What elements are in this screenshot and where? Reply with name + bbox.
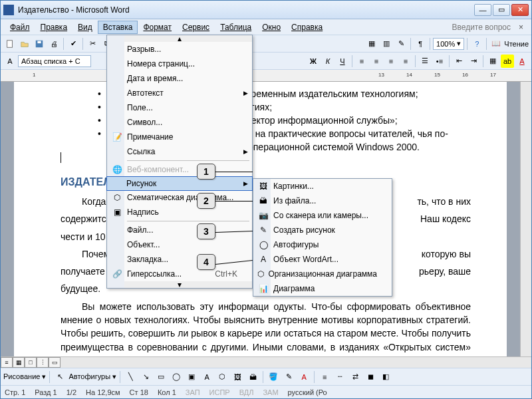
textbox-icon[interactable]: ▣ bbox=[185, 370, 198, 384]
outdent-icon[interactable]: ⇤ bbox=[452, 55, 466, 68]
highlight-icon[interactable]: ab bbox=[501, 55, 514, 68]
select-objects-icon[interactable]: ↖ bbox=[53, 370, 66, 384]
line-style-icon[interactable]: ≡ bbox=[318, 370, 331, 384]
bold-icon[interactable]: Ж bbox=[307, 55, 320, 68]
bullets-icon[interactable]: •≡ bbox=[433, 55, 446, 68]
font-color-draw-icon[interactable]: A bbox=[297, 370, 311, 384]
horizontal-ruler[interactable]: 1 13 14 15 16 17 bbox=[1, 70, 531, 82]
new-doc-icon[interactable] bbox=[3, 37, 17, 51]
columns-icon[interactable]: ▥ bbox=[380, 37, 393, 51]
styles-icon[interactable]: A bbox=[3, 55, 17, 68]
align-center-icon[interactable]: ≡ bbox=[370, 55, 383, 68]
menu-table[interactable]: Таблица bbox=[215, 21, 257, 34]
line-icon[interactable]: ╲ bbox=[124, 370, 137, 384]
insert-menu-item[interactable]: Рисунок▶ bbox=[106, 176, 253, 191]
autoshapes-menu[interactable]: Автофигуры ▾ bbox=[68, 372, 116, 381]
underline-icon[interactable]: Ч bbox=[336, 55, 349, 68]
menu-window[interactable]: Окно bbox=[257, 21, 286, 34]
open-icon[interactable] bbox=[18, 37, 31, 51]
indent-icon[interactable]: ⇥ bbox=[467, 55, 480, 68]
horizontal-scrollbar[interactable] bbox=[61, 357, 531, 368]
zoom-combo[interactable]: 100% ▾ bbox=[433, 38, 464, 50]
web-view-icon[interactable]: ▦ bbox=[13, 357, 25, 368]
menu-scroll-up-icon[interactable]: ▴ bbox=[107, 35, 252, 42]
vertical-scrollbar[interactable] bbox=[520, 82, 531, 356]
insert-menu-item[interactable]: 🌐Веб-компонент... bbox=[107, 162, 252, 177]
wordart-icon[interactable]: A bbox=[200, 370, 213, 384]
help-icon[interactable]: ? bbox=[470, 37, 483, 51]
menu-tools[interactable]: Сервис bbox=[177, 21, 215, 34]
outline-view-icon[interactable]: ⋮ bbox=[37, 357, 49, 368]
picture-submenu-item[interactable]: 📷Со сканера или камеры... bbox=[253, 208, 392, 223]
close-button[interactable]: ✕ bbox=[511, 4, 529, 16]
maximize-button[interactable]: ▭ bbox=[493, 4, 510, 16]
picture-icon[interactable]: 🏔 bbox=[246, 370, 259, 384]
reading-icon[interactable]: 📖 bbox=[489, 37, 503, 51]
arrow-style-icon[interactable]: ⇄ bbox=[348, 370, 362, 384]
doc-close-button[interactable]: × bbox=[515, 23, 527, 32]
print-icon[interactable]: 🖨 bbox=[47, 37, 61, 51]
status-rec[interactable]: ЗАП bbox=[186, 388, 200, 396]
print-view-icon[interactable]: □ bbox=[25, 357, 37, 368]
diagram-icon[interactable]: ⬡ bbox=[215, 370, 229, 384]
picture-submenu-item[interactable]: ✎Создать рисунок bbox=[253, 223, 392, 237]
arrow-icon[interactable]: ↘ bbox=[139, 370, 152, 384]
insert-menu-item[interactable]: Закладка... bbox=[107, 252, 252, 267]
insert-menu-item[interactable]: ▣Надпись bbox=[107, 205, 252, 219]
insert-menu-item[interactable]: Автотекст▶ bbox=[107, 86, 252, 100]
style-combo[interactable]: Абзац списка + С bbox=[18, 55, 91, 67]
italic-icon[interactable]: К bbox=[321, 55, 334, 68]
table-icon[interactable]: ▦ bbox=[365, 37, 378, 51]
insert-menu-item[interactable]: Поле... bbox=[107, 100, 252, 115]
line-color-icon[interactable]: ✎ bbox=[282, 370, 295, 384]
menu-format[interactable]: Формат bbox=[138, 21, 177, 34]
insert-menu-item[interactable]: 🔗Гиперссылка...Ctrl+K bbox=[107, 267, 252, 281]
justify-icon[interactable]: ≡ bbox=[399, 55, 412, 68]
insert-menu-item[interactable]: Символ... bbox=[107, 115, 252, 130]
menu-view[interactable]: Вид bbox=[72, 21, 98, 34]
status-trk[interactable]: ИСПР bbox=[209, 388, 230, 396]
numbering-icon[interactable]: ☰ bbox=[418, 55, 432, 68]
normal-view-icon[interactable]: ≡ bbox=[1, 357, 13, 368]
menu-file[interactable]: Файл bbox=[5, 21, 35, 34]
insert-menu-item[interactable]: 📝Примечание bbox=[107, 130, 252, 144]
spell-icon[interactable]: ✔ bbox=[66, 37, 80, 51]
insert-menu-item[interactable]: ⬡Схематическая диаграмма... bbox=[107, 190, 252, 205]
draw-menu[interactable]: Рисование ▾ bbox=[3, 372, 46, 381]
picture-submenu-item[interactable]: 🏔Из файла... bbox=[253, 194, 392, 208]
menu-insert[interactable]: Вставка bbox=[98, 21, 138, 34]
3d-icon[interactable]: ◧ bbox=[379, 370, 392, 384]
reading-label[interactable]: Чтение bbox=[504, 40, 529, 48]
reading-view-icon[interactable]: ▭ bbox=[49, 357, 61, 368]
insert-menu-item[interactable]: Номера страниц... bbox=[107, 57, 252, 71]
menu-scroll-down-icon[interactable]: ▾ bbox=[107, 281, 252, 288]
align-left-icon[interactable]: ≡ bbox=[355, 55, 368, 68]
shadow-icon[interactable]: ◼ bbox=[364, 370, 377, 384]
insert-menu-item[interactable]: Файл... bbox=[107, 223, 252, 237]
status-ext[interactable]: ВДЛ bbox=[239, 388, 254, 396]
picture-submenu-item[interactable]: 📊Диаграмма bbox=[253, 281, 392, 296]
picture-submenu-item[interactable]: ⬡Организационная диаграмма bbox=[253, 267, 392, 281]
minimize-button[interactable]: — bbox=[474, 4, 491, 16]
border-icon[interactable]: ▦ bbox=[486, 55, 499, 68]
menu-edit[interactable]: Правка bbox=[35, 21, 73, 34]
status-ovr[interactable]: ЗАМ bbox=[263, 388, 278, 396]
dash-style-icon[interactable]: ┄ bbox=[333, 370, 346, 384]
status-lang[interactable]: русский (Ро bbox=[288, 388, 327, 396]
picture-submenu-item[interactable]: ◯Автофигуры bbox=[253, 237, 392, 252]
insert-menu-item[interactable]: Ссылка▶ bbox=[107, 144, 252, 159]
cut-icon[interactable]: ✂ bbox=[86, 37, 99, 51]
ask-question-box[interactable]: Введите вопрос bbox=[452, 23, 511, 32]
oval-icon[interactable]: ◯ bbox=[170, 370, 183, 384]
save-icon[interactable] bbox=[33, 37, 46, 51]
fill-color-icon[interactable]: 🪣 bbox=[267, 370, 280, 384]
menu-help[interactable]: Справка bbox=[286, 21, 328, 34]
font-color-icon[interactable]: A bbox=[515, 55, 529, 68]
picture-submenu-item[interactable]: 🖼Картинки... bbox=[253, 179, 392, 194]
picture-submenu-item[interactable]: AОбъект WordArt... bbox=[253, 252, 392, 267]
insert-menu-item[interactable]: Объект... bbox=[107, 237, 252, 252]
rectangle-icon[interactable]: ▭ bbox=[154, 370, 168, 384]
insert-menu-item[interactable]: Разрыв... bbox=[107, 42, 252, 57]
clipart-icon[interactable]: 🖼 bbox=[231, 370, 244, 384]
insert-menu-item[interactable]: Дата и время... bbox=[107, 71, 252, 86]
